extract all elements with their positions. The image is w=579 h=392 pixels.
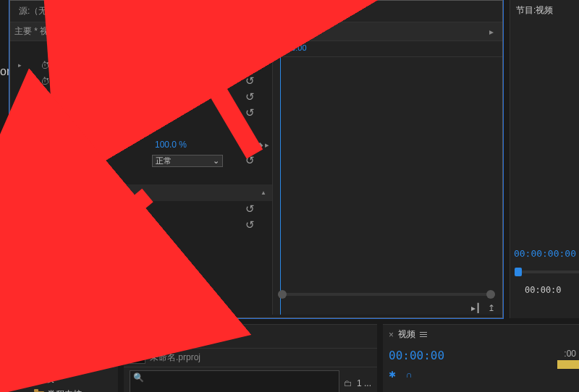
bin-icon[interactable]: 🗀 [344, 378, 352, 388]
magnet-icon[interactable]: ∩ [406, 370, 413, 380]
fx-badge-icon[interactable]: fx [26, 221, 36, 229]
panel-menu-icon[interactable] [140, 12, 147, 17]
reset-icon[interactable]: ↺ [245, 203, 255, 216]
collapse-arrow[interactable]: ⌄ [14, 376, 21, 383]
anchor-label: 锚点 [54, 75, 71, 88]
playhead[interactable] [280, 41, 281, 315]
audio-section-label: 音频 [16, 187, 33, 199]
panel-menu-icon[interactable] [420, 332, 427, 337]
reset-icon[interactable]: ↺ [245, 59, 255, 72]
rotation-label: 旋转 [54, 59, 71, 72]
project-thumb [130, 352, 145, 364]
clip-link[interactable]: 视频 * 视频.m [90, 25, 143, 38]
blend-mode-dropdown[interactable]: 正常 ⌄ [152, 155, 223, 167]
rotation-value[interactable]: 0.0 [155, 60, 167, 70]
opacity-label[interactable]: 不透明度 [54, 139, 94, 151]
play-only-icon[interactable]: ▸┃ [471, 303, 481, 313]
anchor-y-value[interactable]: 240.0 [191, 76, 213, 86]
export-icon[interactable]: ↥ [488, 303, 495, 313]
expand-arrow[interactable]: ▸ [16, 205, 23, 213]
opacity-value[interactable]: 100.0 % [155, 140, 187, 150]
fx-badge-icon[interactable]: fx [26, 205, 36, 213]
fx-badge-icon[interactable]: fx [26, 108, 36, 117]
project-tab[interactable]: 项目:未命名 [130, 328, 175, 344]
project-name: 未命名.prproj [150, 351, 200, 364]
opacity-fx-label: 不透明度 [39, 107, 74, 119]
reset-icon[interactable]: ↺ [245, 138, 255, 151]
anchor-x-value[interactable]: 426.0 [155, 76, 177, 86]
reset-icon[interactable]: ↺ [245, 43, 255, 56]
project-search[interactable]: 🔍 [130, 370, 339, 392]
expand-arrow[interactable]: ▸ [16, 93, 23, 101]
pen-mask-icon[interactable]: ✎ [81, 124, 89, 135]
tree-presets[interactable]: ⌄ 预设 [9, 372, 118, 387]
chevron-down-icon[interactable]: ⌄ [80, 27, 87, 37]
fx-badge-icon[interactable]: fx [26, 172, 36, 181]
clip-fragment[interactable] [557, 360, 579, 369]
play-icon[interactable]: ▸ [489, 27, 494, 37]
reset-icon[interactable]: ↺ [245, 90, 255, 103]
effects-search[interactable]: 🔍 ✕ [14, 353, 114, 367]
volume-label: 音量 [39, 203, 56, 216]
tab-source[interactable]: 源:（无剪辑） [17, 1, 75, 22]
program-monitor-panel: 节目:视频 00:00:00:00 00:00:0 [510, 0, 579, 318]
expand-arrow[interactable]: ▸ [16, 61, 23, 69]
tree-kernel[interactable]: ▸ 卷积内核 [9, 387, 118, 392]
reset-icon[interactable]: ↺ [245, 218, 255, 231]
item-count: 1 ... [357, 378, 371, 388]
rect-mask-icon[interactable] [69, 125, 78, 133]
tc-fragment: :00 [564, 349, 576, 359]
program-tab[interactable]: 节目:视频 [510, 0, 579, 21]
sequence-timecode[interactable]: 00:00:00 [383, 344, 579, 367]
program-playhead[interactable] [515, 268, 522, 276]
properties-list: ✓ 等比缩 ↺ ▸ ⏱ 旋转 0.0 ↺ ⏱ 锚点 426.0 240.0 ↺ [10, 41, 273, 315]
kernel-label: 卷积内核 [47, 388, 82, 392]
channel-volume-label: 声道音 [39, 219, 65, 231]
panel-menu-icon[interactable] [182, 334, 190, 339]
program-playbar[interactable] [516, 270, 579, 273]
expand-arrow[interactable]: ▸ [16, 237, 23, 244]
clear-search-icon[interactable]: ✕ [92, 355, 99, 365]
ellipse-mask-icon[interactable] [56, 125, 67, 133]
search-icon: 🔍 [133, 372, 144, 383]
stopwatch-icon[interactable]: ⏱ [41, 140, 51, 150]
uniform-scale-checkbox[interactable]: ✓ [146, 45, 155, 54]
timeline-scrollbar[interactable] [278, 290, 495, 299]
snap-icon[interactable]: ✱ [389, 370, 396, 380]
effect-timeline[interactable]: ;00:00 [273, 41, 502, 315]
blend-mode-value: 正常 [156, 155, 172, 166]
panel-menu-icon[interactable] [40, 334, 47, 339]
expand-arrow[interactable]: ▸ [16, 221, 23, 229]
stopwatch-icon[interactable]: ⏱ [41, 76, 51, 87]
search-icon: 🔍 [17, 355, 28, 365]
effects-tab[interactable]: 效果 [15, 328, 33, 344]
tab-effect-controls[interactable]: 效果控件 [96, 0, 148, 23]
scrollbar-knob-right[interactable] [486, 290, 495, 299]
expand-arrow[interactable]: ▸ [16, 141, 23, 148]
stopwatch-icon[interactable]: ⏱ [41, 92, 51, 103]
reset-icon[interactable]: ↺ [245, 74, 255, 88]
program-timecode[interactable]: 00:00:00:00 [514, 248, 576, 259]
current-timecode[interactable]: 00:00:00:00 [16, 302, 78, 313]
time-remap-label: 时间重映射 [39, 171, 83, 183]
scrollbar-knob-left[interactable] [278, 290, 287, 299]
folder-icon [24, 376, 34, 383]
effects-search-input[interactable] [31, 355, 89, 365]
expand-arrow[interactable]: ▸ [16, 173, 23, 180]
reset-icon[interactable]: ↺ [245, 106, 255, 119]
tools-tab[interactable]: 工具 [197, 331, 214, 343]
sequence-panel: × 视频 00:00:00 ✱ ∩ [383, 324, 579, 392]
reset-icon[interactable]: ↺ [245, 154, 255, 167]
sequence-tab[interactable]: 视频 [398, 328, 415, 341]
timeline-ruler[interactable]: ;00:00 [273, 41, 502, 57]
close-tab-icon[interactable]: × [389, 330, 394, 340]
project-search-input[interactable] [133, 383, 336, 392]
flicker-value[interactable]: 0.00 [155, 92, 172, 102]
fx-badge-icon[interactable]: fx [26, 237, 36, 245]
stopwatch-icon[interactable]: ⏱ [41, 60, 51, 71]
tab-effect-controls-label: 效果控件 [98, 5, 132, 15]
audio-section-header[interactable]: 音频 ▲ [10, 184, 272, 201]
master-clip-label[interactable]: 主要 * 视频.mp4 [14, 25, 77, 38]
collapse-arrow[interactable]: ⌄ [16, 109, 23, 116]
presets-label: 预设 [37, 373, 54, 385]
